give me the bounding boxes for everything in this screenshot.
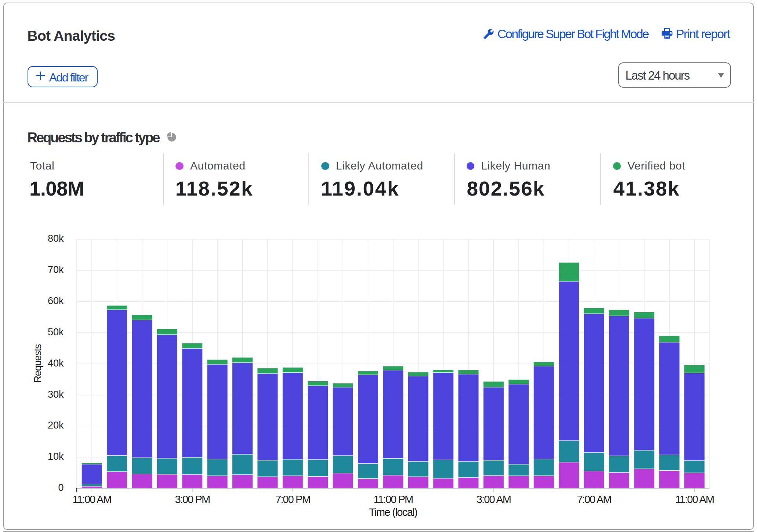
svg-text:11:00 AM: 11:00 AM bbox=[73, 493, 111, 505]
svg-text:0: 0 bbox=[58, 482, 64, 493]
svg-text:40k: 40k bbox=[48, 358, 64, 369]
svg-text:11:00 PM: 11:00 PM bbox=[374, 493, 413, 505]
svg-text:60k: 60k bbox=[48, 295, 64, 306]
svg-text:7:00 PM: 7:00 PM bbox=[275, 493, 310, 505]
svg-text:3:00 AM: 3:00 AM bbox=[477, 493, 511, 505]
svg-text:3:00 PM: 3:00 PM bbox=[175, 493, 210, 505]
svg-text:70k: 70k bbox=[48, 264, 64, 275]
svg-text:7:00 AM: 7:00 AM bbox=[577, 493, 611, 505]
svg-text:Time (local): Time (local) bbox=[369, 506, 417, 518]
svg-text:50k: 50k bbox=[48, 327, 64, 338]
svg-text:Requests: Requests bbox=[32, 344, 43, 383]
svg-text:80k: 80k bbox=[48, 233, 64, 244]
svg-text:30k: 30k bbox=[48, 389, 64, 400]
svg-text:20k: 20k bbox=[48, 420, 64, 431]
svg-text:11:00 AM: 11:00 AM bbox=[675, 493, 714, 505]
svg-text:10k: 10k bbox=[48, 451, 64, 462]
